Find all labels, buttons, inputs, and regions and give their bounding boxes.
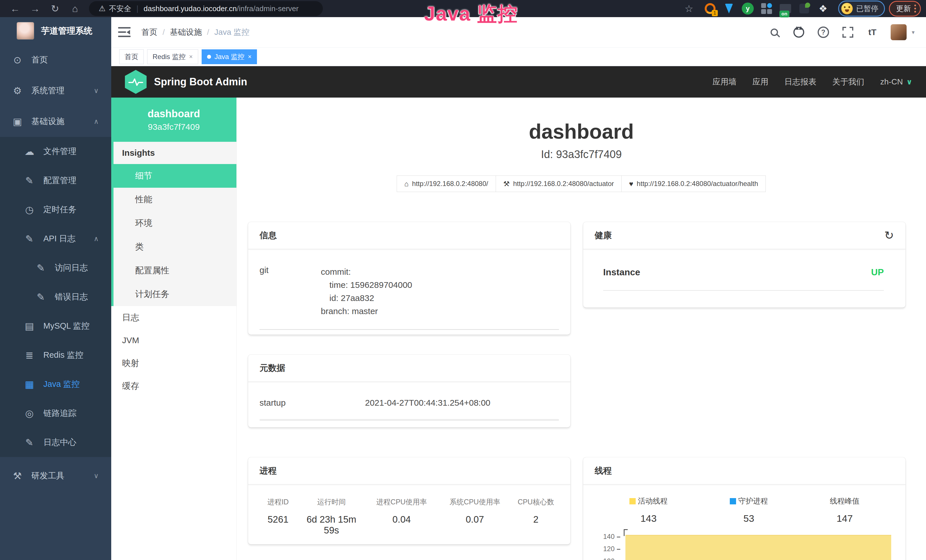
breadcrumb-infra[interactable]: 基础设施 bbox=[170, 27, 202, 38]
font-size-icon[interactable]: tT bbox=[866, 26, 879, 38]
tags-view-bar: 首页 Redis 监控 × Java 监控 × bbox=[111, 48, 926, 66]
layers-icon: ≣ bbox=[23, 350, 36, 361]
tab-java[interactable]: Java 监控 × bbox=[202, 49, 257, 64]
sidebar-item-system[interactable]: ⚙ 系统管理 ∨ bbox=[0, 75, 111, 106]
sidebar-item-java[interactable]: ▦ Java 监控 bbox=[0, 370, 111, 399]
sba-nav-journal[interactable]: 日志报表 bbox=[785, 76, 817, 87]
menu-item-environment[interactable]: 环境 bbox=[113, 211, 236, 235]
sidebar-item-tracing[interactable]: ◎ 链路追踪 bbox=[0, 399, 111, 428]
sidebar-item-infra[interactable]: ▣ 基础设施 ∧ bbox=[0, 106, 111, 137]
sidebar-item-label: 首页 bbox=[31, 54, 48, 66]
menu-item-scheduledtasks[interactable]: 计划任务 bbox=[113, 282, 236, 306]
url-host[interactable]: dashboard.yudao.iocoder.cn bbox=[144, 4, 237, 13]
extension-grid-icon[interactable] bbox=[760, 2, 773, 15]
sidebar-item-label: 链路追踪 bbox=[43, 408, 76, 419]
sba-nav-about[interactable]: 关于我们 bbox=[832, 76, 864, 87]
sba-nav-applications[interactable]: 应用 bbox=[753, 76, 769, 87]
user-avatar[interactable] bbox=[891, 24, 906, 40]
sidebar-item-api-log[interactable]: ✎ API 日志 ∧ bbox=[0, 224, 111, 253]
browser-profile-chip[interactable]: 已暂停 bbox=[838, 1, 885, 17]
log-icon: ✎ bbox=[34, 262, 47, 274]
sba-nav-wallboard[interactable]: 应用墙 bbox=[713, 76, 737, 87]
app-header: 首页 / 基础设施 / Java 监控 ? tT ▾ bbox=[111, 17, 926, 48]
url-path[interactable]: /infra/admin-server bbox=[237, 4, 299, 13]
sba-language-select[interactable]: zh-CN ∨ bbox=[881, 77, 912, 86]
sidebar-item-devtools[interactable]: ⚒ 研发工具 ∨ bbox=[0, 460, 111, 491]
browser-menu-icon[interactable] bbox=[914, 5, 916, 12]
menu-item-mappings[interactable]: 映射 bbox=[111, 352, 236, 375]
browser-reload-icon[interactable]: ↻ bbox=[45, 3, 65, 14]
breadcrumb-home[interactable]: 首页 bbox=[141, 27, 157, 38]
sidebar-item-config[interactable]: ✎ 配置管理 bbox=[0, 166, 111, 195]
extension-pin-icon[interactable] bbox=[722, 2, 735, 15]
close-icon[interactable]: × bbox=[248, 53, 251, 61]
sidebar-item-error-log[interactable]: ✎ 错误日志 bbox=[0, 282, 111, 312]
extension-green-icon[interactable]: y bbox=[741, 2, 754, 15]
menu-item-logs[interactable]: 日志 bbox=[111, 306, 236, 329]
actuator-url-chip[interactable]: ⚒ http://192.168.0.2:48080/actuator bbox=[496, 176, 622, 192]
info-value: commit: time: 1596289704000 id: 27aa832 … bbox=[321, 265, 412, 318]
instance-header[interactable]: dashboard 93a3fc7f7409 bbox=[111, 98, 236, 142]
sidebar-item-label: 定时任务 bbox=[43, 204, 76, 215]
browser-forward-icon[interactable]: → bbox=[25, 3, 45, 14]
menu-item-configprops[interactable]: 配置属性 bbox=[113, 259, 236, 282]
service-url-chip[interactable]: ⌂ http://192.168.0.2:48080/ bbox=[397, 176, 496, 192]
help-icon[interactable]: ? bbox=[817, 26, 830, 38]
sba-logo-icon[interactable] bbox=[125, 70, 147, 94]
extension-switch-icon[interactable]: on bbox=[779, 2, 792, 15]
insights-group: Insights 细节 性能 环境 类 配置属性 计划任务 bbox=[111, 142, 236, 306]
extensions-puzzle-icon[interactable]: ❖ bbox=[817, 2, 830, 15]
cloud-upload-icon: ☁ bbox=[23, 146, 36, 157]
browser-home-icon[interactable]: ⌂ bbox=[65, 3, 85, 14]
sidebar-item-label: API 日志 bbox=[43, 233, 76, 244]
chevron-down-icon: ∨ bbox=[906, 77, 912, 86]
search-icon[interactable] bbox=[768, 26, 781, 38]
sidebar-item-log-center[interactable]: ✎ 日志中心 bbox=[0, 428, 111, 457]
sidebar-item-access-log[interactable]: ✎ 访问日志 bbox=[0, 253, 111, 282]
info-card-title: 信息 bbox=[260, 230, 277, 241]
sidebar-item-mysql[interactable]: ▤ MySQL 监控 bbox=[0, 312, 111, 341]
sidebar-item-home[interactable]: ⊙ 首页 bbox=[0, 44, 111, 75]
menu-item-classes[interactable]: 类 bbox=[113, 235, 236, 259]
menu-item-details[interactable]: 细节 bbox=[111, 164, 236, 188]
extension-badge: 1 bbox=[712, 10, 718, 16]
sidebar-item-redis[interactable]: ≣ Redis 监控 bbox=[0, 341, 111, 370]
java-monitor-icon: ▦ bbox=[23, 378, 36, 390]
health-url-chip[interactable]: ♥ http://192.168.0.2:48080/actuator/heal… bbox=[622, 176, 766, 192]
active-threads-area bbox=[625, 535, 891, 560]
extension-leaf-icon[interactable] bbox=[798, 2, 811, 15]
security-label[interactable]: 不安全 bbox=[109, 4, 131, 14]
sidebar-item-files[interactable]: ☁ 文件管理 bbox=[0, 137, 111, 166]
extension-orange-icon[interactable]: 1 bbox=[704, 2, 717, 15]
tab-home[interactable]: 首页 bbox=[119, 49, 144, 64]
menu-item-metrics[interactable]: 性能 bbox=[113, 188, 236, 211]
browser-update-button[interactable]: 更新 bbox=[889, 1, 921, 17]
app-logo[interactable]: 芋道管理系统 bbox=[0, 17, 111, 44]
sidebar-item-label: Redis 监控 bbox=[43, 350, 83, 361]
close-icon[interactable]: × bbox=[189, 53, 193, 61]
sidebar-collapse-icon[interactable] bbox=[118, 27, 131, 37]
server-icon: ▤ bbox=[23, 320, 36, 332]
menu-item-jvm[interactable]: JVM bbox=[111, 329, 236, 352]
sidebar-item-label: 配置管理 bbox=[43, 175, 76, 186]
tab-redis[interactable]: Redis 监控 × bbox=[147, 49, 198, 64]
process-card: 进程 进程ID 运行时间 进程CPU使用率 系统CPU使用率 CPU核心数 bbox=[248, 457, 570, 544]
address-separator: | bbox=[136, 4, 138, 13]
sidebar-item-jobs[interactable]: ◷ 定时任务 bbox=[0, 195, 111, 224]
sba-brand-title[interactable]: Spring Boot Admin bbox=[154, 76, 247, 88]
bookmark-star-icon[interactable]: ☆ bbox=[685, 3, 693, 14]
avatar-caret-icon[interactable]: ▾ bbox=[912, 29, 915, 36]
screen: ← → ↻ ⌂ ⚠ 不安全 | dashboard.yudao.iocoder.… bbox=[0, 0, 926, 560]
warning-icon: ⚠ bbox=[99, 4, 106, 13]
history-icon[interactable]: ↺ bbox=[884, 229, 894, 242]
fullscreen-icon[interactable] bbox=[841, 26, 854, 38]
github-icon[interactable] bbox=[793, 26, 805, 38]
address-bar[interactable]: ⚠ 不安全 | dashboard.yudao.iocoder.cn /infr… bbox=[89, 1, 323, 16]
menu-item-caches[interactable]: 缓存 bbox=[111, 375, 236, 397]
daemon-threads-swatch bbox=[730, 498, 736, 504]
insights-group-label[interactable]: Insights bbox=[113, 142, 236, 164]
metadata-value: 2021-04-27T00:44:31.254+08:00 bbox=[365, 398, 490, 408]
browser-back-icon[interactable]: ← bbox=[5, 3, 25, 14]
sidebar-item-label: 错误日志 bbox=[55, 291, 88, 303]
log-icon: ✎ bbox=[23, 233, 36, 244]
